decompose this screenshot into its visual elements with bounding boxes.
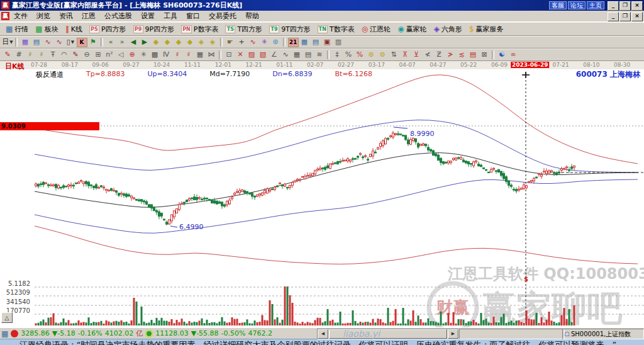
- calendar-icon[interactable]: 21: [287, 37, 299, 47]
- percent-line-tool-icon[interactable]: %: [354, 50, 365, 60]
- info-view-icon[interactable]: ▤: [31, 37, 42, 47]
- shaded-box-tool-icon[interactable]: ▨: [246, 50, 257, 60]
- fib-time-tool-icon[interactable]: ≲: [456, 50, 467, 60]
- target-tool-icon[interactable]: ⊕: [126, 50, 138, 60]
- menu-浏览[interactable]: 浏览: [32, 11, 55, 21]
- gold-ratio-tool-icon[interactable]: ⊛: [365, 50, 377, 60]
- ruler-tool-icon[interactable]: ⊞: [92, 50, 104, 60]
- t-table-button[interactable]: TNT数字表: [314, 23, 358, 35]
- kline-button[interactable]: ∥K线: [62, 23, 86, 35]
- minimize-button[interactable]: _: [608, 12, 619, 21]
- wave-small-icon[interactable]: ∿: [42, 37, 53, 47]
- zigzag-icon[interactable]: ∿: [247, 37, 258, 47]
- current-index-cell[interactable]: ☖ SH000001,上证指数: [562, 329, 644, 339]
- grid-lines-tool-icon[interactable]: #: [13, 50, 25, 60]
- flag-icon[interactable]: ⚑: [87, 37, 99, 47]
- winner-wheel-button[interactable]: ◉赢家轮: [394, 23, 430, 35]
- gann-box-tool-icon[interactable]: ♯: [36, 50, 47, 60]
- price-label-tool-icon[interactable]: Ŧ: [47, 50, 58, 60]
- arc-tool-icon[interactable]: ◠: [58, 50, 70, 60]
- first-page-icon[interactable]: «: [105, 37, 116, 47]
- horizontal-scrollbar[interactable]: ◀ ▶: [317, 329, 459, 339]
- p-table-button[interactable]: PNP数字表: [178, 23, 221, 35]
- hand-tool-icon[interactable]: ☛: [225, 37, 236, 47]
- cycle-icon[interactable]: ⊛: [270, 37, 281, 47]
- support-tool-icon[interactable]: ⊻: [411, 50, 422, 60]
- pencil-tool-icon[interactable]: ✎: [2, 50, 13, 60]
- box-x-tool-icon[interactable]: ⊠: [479, 50, 490, 60]
- star-tool-icon[interactable]: ✳: [138, 50, 149, 60]
- menu-设置[interactable]: 设置: [136, 11, 159, 21]
- close-button[interactable]: ×: [631, 12, 643, 21]
- titlebar-link-3[interactable]: 主页: [587, 1, 604, 9]
- p-square-button[interactable]: PSP四方形: [86, 23, 130, 35]
- titlebar-link-1[interactable]: 客服: [549, 1, 567, 9]
- split-tool-icon[interactable]: ⇅: [388, 50, 399, 60]
- kline-mode-icon[interactable]: K: [76, 37, 87, 47]
- percent-retrace-tool-icon[interactable]: %: [343, 50, 354, 60]
- shrink-v-icon[interactable]: ◈: [207, 37, 218, 47]
- pressure-tool-icon[interactable]: ⊼: [399, 50, 411, 60]
- zoom-out-icon[interactable]: ◆: [150, 37, 162, 47]
- note-tool-icon[interactable]: ▤: [467, 50, 479, 60]
- kline-chart-canvas[interactable]: 财赢赢家聊吧江恩工具软件 QQ:100800360$8.99906.4990: [0, 61, 644, 327]
- expand-h-icon[interactable]: ◆: [173, 37, 184, 47]
- menu-资讯[interactable]: 资讯: [55, 11, 77, 21]
- save-icon[interactable]: ▣: [321, 37, 333, 47]
- scrollbar-thumb[interactable]: [329, 329, 447, 339]
- gann-wheel-button[interactable]: ◎江恩轮: [358, 23, 394, 35]
- wave-count-tool-icon[interactable]: Ⅳ: [160, 50, 172, 60]
- shrink-h-icon[interactable]: ◆: [184, 37, 196, 47]
- crosshair-icon[interactable]: +: [236, 37, 247, 47]
- expand-v-icon[interactable]: ◈: [196, 37, 207, 47]
- screen-mode-icon[interactable]: ▦: [19, 37, 31, 47]
- circle-tool-icon[interactable]: ⊖: [81, 50, 92, 60]
- minimize-button[interactable]: _: [608, 1, 619, 11]
- zigzag-tool-icon[interactable]: ∿: [280, 50, 291, 60]
- trend-angle-tool-icon[interactable]: ∠: [269, 50, 280, 60]
- notepad-icon[interactable]: ▤: [310, 37, 321, 47]
- shade-tool-icon[interactable]: ▩: [149, 50, 160, 60]
- zoom-in-icon[interactable]: ◆: [162, 37, 173, 47]
- wave-large-icon[interactable]: ∿: [53, 37, 65, 47]
- gann-grid-tool-icon[interactable]: ♯: [25, 50, 36, 60]
- print-icon[interactable]: ▥: [333, 37, 344, 47]
- prev-bar-icon[interactable]: ◀: [128, 37, 139, 47]
- parallel-tool-icon[interactable]: ≋: [314, 50, 325, 60]
- candle-style-icon[interactable]: ▯▼: [65, 37, 76, 47]
- anchor-tool-icon[interactable]: ⊡: [223, 50, 235, 60]
- menu-文件[interactable]: 文件: [9, 11, 32, 21]
- close-button[interactable]: ×: [631, 1, 643, 11]
- calculator-icon[interactable]: ▦: [299, 37, 310, 47]
- gold-section-tool-icon[interactable]: ⊜: [377, 50, 388, 60]
- winner-service-button[interactable]: $赢家服务: [466, 23, 507, 35]
- titlebar-link-2[interactable]: 论坛: [568, 1, 586, 9]
- sectors-button[interactable]: ▩板块: [32, 23, 61, 35]
- menu-交易委托[interactable]: 交易委托: [204, 11, 241, 21]
- menu-帮助[interactable]: 帮助: [241, 11, 264, 21]
- n2-tool-icon[interactable]: n²: [104, 50, 115, 60]
- yin-yang-icon[interactable]: ☯: [496, 50, 508, 60]
- restore-button[interactable]: ❐: [619, 12, 631, 21]
- marker-tool-icon[interactable]: ✎: [70, 50, 81, 60]
- grid-box-tool-icon[interactable]: ▦: [194, 50, 206, 60]
- next-bar-icon[interactable]: ▶: [139, 37, 150, 47]
- hexagon-button[interactable]: ◈六角形: [431, 23, 465, 35]
- kline-tab[interactable]: 日K线: [5, 62, 25, 71]
- spacing-tool-icon[interactable]: ⋈: [206, 50, 217, 60]
- infinity-icon[interactable]: ∞: [508, 50, 519, 60]
- scroll-left-arrow[interactable]: ◀: [318, 329, 328, 339]
- t-square-button[interactable]: TST四方形: [222, 23, 265, 35]
- channel-tool-icon[interactable]: ▦: [291, 50, 303, 60]
- wedge-tool-icon[interactable]: ≮: [422, 50, 433, 60]
- menu-江恩[interactable]: 江恩: [77, 11, 100, 21]
- scroll-right-arrow[interactable]: ▶: [448, 329, 458, 339]
- time-cycle-tool-icon[interactable]: ♯: [172, 50, 183, 60]
- menu-工具[interactable]: 工具: [159, 11, 182, 21]
- menu-窗口[interactable]: 窗口: [182, 11, 204, 21]
- 9p-square-button[interactable]: P99P四方形: [130, 23, 178, 35]
- gann-fan-icon[interactable]: ✳: [258, 37, 270, 47]
- expand-volume-button[interactable]: △: [1, 312, 13, 323]
- 9t-square-button[interactable]: T99T四方形: [266, 23, 314, 35]
- last-page-icon[interactable]: »: [116, 37, 128, 47]
